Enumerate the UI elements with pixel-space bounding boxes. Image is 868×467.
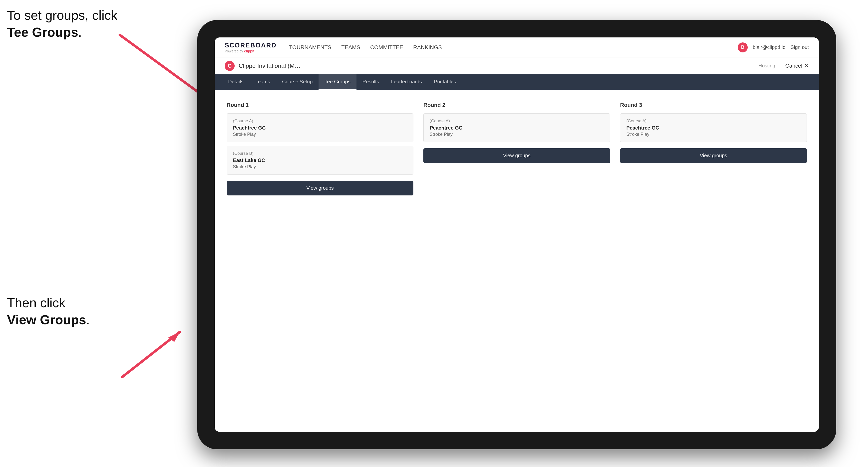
nav-links: TOURNAMENTS TEAMS COMMITTEE RANKINGS (289, 43, 738, 52)
logo-text: SCOREBOARD (225, 41, 277, 49)
round-1-course-b-name: East Lake GC (233, 157, 407, 163)
round-2-course-a-format: Stroke Play (430, 132, 604, 137)
tab-leaderboards[interactable]: Leaderboards (385, 74, 428, 90)
round-2-course-a-name: Peachtree GC (430, 125, 604, 131)
tablet-screen: SCOREBOARD Powered by clippit TOURNAMENT… (215, 37, 819, 432)
round-3-course-a-label: (Course A) (626, 119, 801, 124)
round-1-course-b-format: Stroke Play (233, 164, 407, 169)
instruction-bottom: Then click View Groups. (7, 294, 90, 328)
round-2-course-a-card: (Course A) Peachtree GC Stroke Play (424, 113, 610, 142)
top-nav: SCOREBOARD Powered by clippit TOURNAMENT… (215, 37, 819, 57)
instruction-top: To set groups, click Tee Groups. (7, 7, 117, 41)
nav-rankings[interactable]: RANKINGS (413, 43, 442, 52)
round-1-title: Round 1 (227, 102, 413, 108)
user-email: blair@clippd.io (753, 44, 785, 50)
tournament-name: Clippd Invitational (M… (239, 62, 758, 69)
tournament-logo: C (225, 61, 235, 71)
round-1-course-b-label: (Course B) (233, 151, 407, 156)
round-2-title: Round 2 (424, 102, 610, 108)
tablet-frame: SCOREBOARD Powered by clippit TOURNAMENT… (197, 20, 836, 449)
round-1-course-a-card: (Course A) Peachtree GC Stroke Play (227, 113, 413, 142)
logo-area: SCOREBOARD Powered by clippit (225, 41, 277, 53)
round-1-course-a-label: (Course A) (233, 119, 407, 124)
nav-right: B blair@clippd.io Sign out (738, 42, 809, 53)
tab-tee-groups[interactable]: Tee Groups (318, 74, 356, 90)
tab-bar: Details Teams Course Setup Tee Groups Re… (215, 74, 819, 90)
rounds-container: Round 1 (Course A) Peachtree GC Stroke P… (227, 102, 807, 195)
tab-teams[interactable]: Teams (249, 74, 276, 90)
svg-marker-3 (168, 332, 180, 342)
main-content: Round 1 (Course A) Peachtree GC Stroke P… (215, 90, 819, 432)
round-3-course-a-name: Peachtree GC (626, 125, 801, 131)
round-3-course-a-card: (Course A) Peachtree GC Stroke Play (620, 113, 807, 142)
cancel-button[interactable]: Cancel ✕ (785, 63, 809, 69)
tab-printables[interactable]: Printables (428, 74, 462, 90)
round-3-view-groups-button[interactable]: View groups (620, 148, 807, 163)
nav-tournaments[interactable]: TOURNAMENTS (289, 43, 332, 52)
tab-course-setup[interactable]: Course Setup (276, 74, 318, 90)
tournament-header: C Clippd Invitational (M… Hosting Cancel… (215, 57, 819, 74)
round-2-course-a-label: (Course A) (430, 119, 604, 124)
round-1-view-groups-button[interactable]: View groups (227, 181, 413, 195)
round-2-section: Round 2 (Course A) Peachtree GC Stroke P… (424, 102, 610, 195)
arrow-bottom-indicator (107, 317, 187, 382)
round-1-course-a-name: Peachtree GC (233, 125, 407, 131)
round-3-section: Round 3 (Course A) Peachtree GC Stroke P… (620, 102, 807, 195)
round-1-section: Round 1 (Course A) Peachtree GC Stroke P… (227, 102, 413, 195)
user-avatar: B (738, 42, 748, 53)
round-1-course-b-card: (Course B) East Lake GC Stroke Play (227, 146, 413, 175)
round-1-course-a-format: Stroke Play (233, 132, 407, 137)
svg-line-2 (122, 332, 180, 377)
round-2-view-groups-button[interactable]: View groups (424, 148, 610, 163)
tournament-status: Hosting (758, 63, 775, 69)
tab-results[interactable]: Results (356, 74, 385, 90)
nav-teams[interactable]: TEAMS (341, 43, 360, 52)
nav-committee[interactable]: COMMITTEE (370, 43, 403, 52)
round-3-title: Round 3 (620, 102, 807, 108)
sign-out-link[interactable]: Sign out (790, 44, 809, 50)
round-3-course-a-format: Stroke Play (626, 132, 801, 137)
logo-sub: Powered by clippit (225, 49, 277, 53)
tab-details[interactable]: Details (222, 74, 249, 90)
